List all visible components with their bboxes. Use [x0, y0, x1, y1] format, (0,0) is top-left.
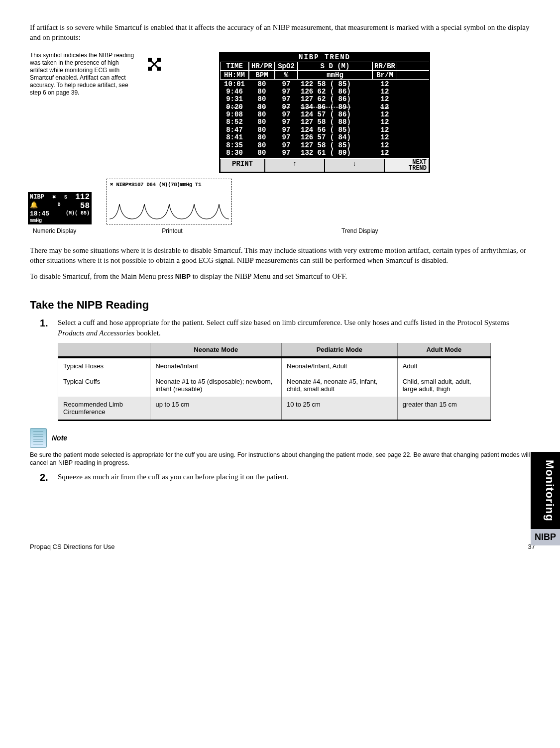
- trend-cell: 80: [249, 134, 275, 141]
- unit-time: HH:MM: [220, 71, 249, 79]
- trend-cell: 12: [372, 118, 397, 126]
- printout-strip: ✖ NIBP✖S107 D64 (M)(78)mmHg T1: [107, 179, 232, 224]
- trend-cell: 12: [372, 96, 397, 103]
- d-value: 58: [80, 202, 90, 211]
- cell: greater than 15 cm: [397, 397, 490, 421]
- trend-display-screen: NIBP TREND TIME HR/PR SpO2 S D (M) RR/BR…: [219, 52, 430, 174]
- trend-cell: 80: [249, 142, 275, 149]
- trend-cell: 127 58 ( 85): [298, 142, 372, 149]
- trend-cell: 126 57 ( 84): [298, 134, 372, 141]
- trend-cell: 97: [275, 88, 298, 96]
- table-header-row: Neonate Mode Pediatric Mode Adult Mode: [58, 343, 491, 357]
- trend-cell: 9:46: [220, 88, 249, 96]
- table-row: Typical Hoses Neonate/Infant Neonate/Inf…: [58, 357, 491, 374]
- th-adult: Adult Mode: [397, 343, 490, 357]
- cell: Adult: [397, 357, 490, 374]
- note-label: Note: [52, 428, 67, 442]
- trend-data-row: 9:088097124 57 ( 86)12: [220, 111, 429, 118]
- s-label: S: [64, 195, 67, 200]
- trend-data-row: 8:358097127 58 ( 85)12: [220, 142, 429, 149]
- unit-bpm: BPM: [249, 71, 275, 79]
- cuff-spec-table: Neonate Mode Pediatric Mode Adult Mode T…: [58, 343, 491, 421]
- artifact-symbol-explanation: This symbol indicates the NIBP reading w…: [30, 52, 134, 97]
- trend-units-row: HH:MM BPM % mmHg Br/M: [220, 71, 429, 80]
- scroll-up-button[interactable]: ↑: [265, 159, 325, 172]
- trend-footer-buttons: PRINT ↑ ↓ NEXT TREND: [220, 158, 429, 172]
- m-value: (M)( 85): [66, 211, 90, 217]
- trend-cell: 80: [249, 118, 275, 126]
- section-heading: Take the NIPB Reading: [30, 299, 535, 312]
- cell: Recommended Limb Circumference: [58, 397, 150, 421]
- trend-cell: 97: [275, 81, 298, 88]
- table-row: Recommended Limb Circumference up to 15 …: [58, 397, 491, 421]
- trend-cell: 127 62 ( 86): [298, 96, 372, 103]
- note-icon: [30, 428, 47, 448]
- p2-b: to display the NIBP Menu and set Smartcu…: [191, 272, 347, 280]
- trend-cell: 8:41: [220, 134, 249, 141]
- trend-cell: 127 58 ( 88): [298, 118, 372, 126]
- cell: Typical Cuffs: [58, 374, 150, 397]
- cell: Neonate/Infant, Adult: [282, 357, 398, 374]
- nibp-label: NIBP: [30, 194, 44, 201]
- trend-cell: 12: [372, 111, 397, 118]
- trend-cell: 122 58 ( 85): [298, 81, 372, 88]
- trend-cell: 12: [372, 149, 397, 157]
- caption-printout: Printout: [108, 227, 237, 234]
- trend-cell: 80: [249, 96, 275, 103]
- print-button[interactable]: PRINT: [220, 159, 265, 172]
- trend-cell: 124 56 ( 85): [298, 126, 372, 134]
- trend-cell: 8:47: [220, 126, 249, 134]
- trend-cell: 80: [249, 126, 275, 134]
- cell: Neonate/Infant: [150, 357, 282, 374]
- step-1: 1. Select a cuff and hose appropriate fo…: [40, 318, 535, 338]
- cell: Neonate #1 to #5 (disposable); newborn, …: [150, 374, 282, 397]
- d-label: D: [57, 202, 60, 211]
- side-tabs: Monitoring NIBP: [531, 452, 560, 546]
- trend-cell: 8:35: [220, 142, 249, 149]
- trend-cell: 12: [372, 88, 397, 96]
- unit-pct: %: [275, 71, 298, 79]
- step1-a: Select a cuff and hose appropriate for t…: [58, 319, 509, 326]
- scroll-down-button[interactable]: ↓: [325, 159, 384, 172]
- trend-data-row: 8:308097132 61 ( 89)12: [220, 149, 429, 157]
- cell: 10 to 25 cm: [282, 397, 398, 421]
- trend-cell: 80: [249, 88, 275, 96]
- trend-cell: 97: [275, 111, 298, 118]
- trend-data-rows: 10:018097122 58 ( 85)12 9:468097126 62 (…: [220, 80, 429, 158]
- x-small-icon: ✖: [52, 194, 56, 201]
- step-1-number: 1.: [40, 318, 58, 338]
- trend-cell: 80: [249, 149, 275, 157]
- trend-cell: 124 57 ( 86): [298, 111, 372, 118]
- cell: Typical Hoses: [58, 357, 150, 374]
- time-value: 18:45: [30, 211, 49, 217]
- note-block: Note: [30, 428, 535, 448]
- x-marker-icon: [147, 57, 162, 72]
- disable-smartcuf-instruction: To disable Smartcuf, from the Main Menu …: [30, 271, 535, 281]
- trend-data-row: 9:318097127 62 ( 86)12: [220, 96, 429, 103]
- step-2: 2. Squeeze as much air from the cuff as …: [40, 472, 535, 483]
- col-sdm: S D (M): [298, 62, 372, 70]
- caption-numeric: Numeric Display: [33, 227, 108, 234]
- step-2-number: 2.: [40, 472, 58, 483]
- intro-paragraph: If artifact is so severe while Smartcuf …: [30, 22, 535, 43]
- numeric-display: NIBP ✖ S 112 🔔 D 58 18:45 (M)( 85) mmHg: [28, 192, 92, 224]
- trend-data-row: 10:018097122 58 ( 85)12: [220, 81, 429, 88]
- trend-cell: 97: [275, 126, 298, 134]
- trend-cell: 97: [275, 149, 298, 157]
- next-trend-button[interactable]: NEXT TREND: [384, 159, 429, 172]
- trend-cell: 12: [372, 126, 397, 134]
- trend-cell: 97: [275, 142, 298, 149]
- trend-data-row: 8:528097127 58 ( 88)12: [220, 118, 429, 126]
- unit-mmhg-small: mmHg: [30, 218, 90, 223]
- trend-data-row: 9:468097126 62 ( 86)12: [220, 88, 429, 96]
- caption-trend: Trend Display: [237, 227, 535, 234]
- trend-cell: 12: [372, 81, 397, 88]
- bell-icon: 🔔: [30, 202, 38, 211]
- th-blank: [58, 343, 150, 357]
- p2-a: To disable Smartcuf, from the Main Menu …: [30, 272, 175, 280]
- trend-cell: 9:08: [220, 111, 249, 118]
- trend-cell: 12: [372, 142, 397, 149]
- trend-cell: 9:20: [220, 104, 249, 111]
- col-hrpr: HR/PR: [249, 62, 275, 70]
- trend-cell: 12: [372, 104, 397, 111]
